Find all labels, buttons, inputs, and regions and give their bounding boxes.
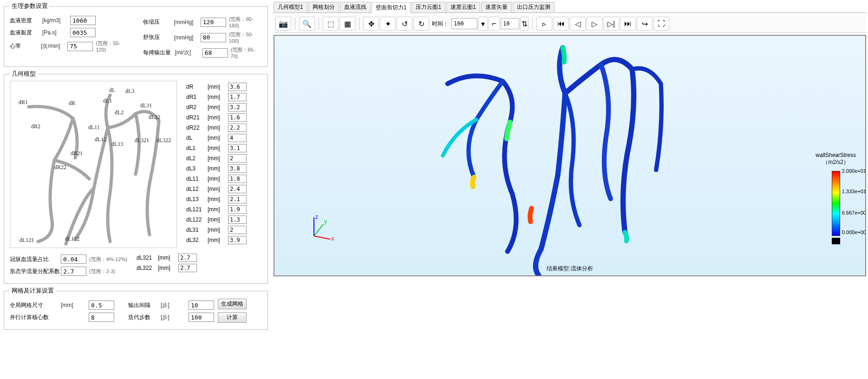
geo-unit: [mm] <box>208 206 228 213</box>
svg-text:z: z <box>315 215 318 220</box>
first-frame-icon[interactable]: ⏮ <box>553 17 569 31</box>
geo-input[interactable] <box>228 93 247 101</box>
geo-input[interactable] <box>228 134 247 142</box>
geo-label: dL11 <box>186 176 208 182</box>
geo-input[interactable] <box>228 175 247 183</box>
param-hint: (范围：65-70) <box>231 46 262 59</box>
geo-input[interactable] <box>178 264 197 272</box>
generate-mesh-button[interactable]: 生成网格 <box>218 299 247 309</box>
zoom-icon[interactable]: 🔍 <box>299 17 315 31</box>
geo-input[interactable] <box>228 103 247 111</box>
time-input[interactable] <box>451 18 477 29</box>
param-input[interactable] <box>70 16 96 25</box>
geo-input[interactable] <box>228 216 247 224</box>
param-label: 舒张压 <box>143 33 174 41</box>
param-hint: (范围：80-180) <box>229 16 262 28</box>
param-input[interactable] <box>89 301 114 310</box>
param-label: 输出间隔 <box>128 301 161 309</box>
colorbar: wallShearStress （m2/s2） 2.000e+01 1.333e… <box>816 152 856 246</box>
step-input[interactable] <box>501 18 519 29</box>
fullscreen-icon[interactable]: ⛶ <box>653 17 669 31</box>
axes-icon[interactable]: ✦ <box>380 17 396 31</box>
svg-line-2 <box>314 224 323 236</box>
tab-5[interactable]: 速度云图1 <box>446 2 480 13</box>
tab-4[interactable]: 压力云图1 <box>411 2 445 13</box>
param-label: 血液黏度 <box>10 29 42 37</box>
param-label: 心率 <box>10 42 41 50</box>
geo-input[interactable] <box>228 124 247 132</box>
geo-label: dL2 <box>186 155 208 162</box>
geo-unit: [mm] <box>158 265 178 271</box>
rotate-ccw-icon[interactable]: ↺ <box>397 17 412 31</box>
geo-label: dR1 <box>186 94 208 100</box>
color-cube-icon[interactable]: ▦ <box>339 17 355 31</box>
geo-input[interactable] <box>228 195 247 203</box>
geo-input[interactable] <box>228 154 247 163</box>
tab-7[interactable]: 出口压力监测 <box>513 2 555 13</box>
geo-input[interactable] <box>228 83 247 91</box>
geo-label: dL1 <box>186 145 208 151</box>
param-label: 迭代步数 <box>128 314 161 321</box>
play-icon[interactable]: ▷ <box>587 17 602 31</box>
param-input[interactable] <box>201 18 226 27</box>
param-input[interactable] <box>70 28 96 37</box>
geo-input[interactable] <box>228 226 247 234</box>
record-icon[interactable]: ▹ <box>536 17 552 31</box>
l-shape-icon[interactable]: ⌐ <box>489 17 500 31</box>
geo-input[interactable] <box>228 205 247 214</box>
param-unit: [mm] <box>61 302 89 308</box>
colorbar-unit: （m2/s2） <box>816 158 856 166</box>
param-hint: (范围：4%-12%) <box>89 256 127 263</box>
geo-label: dL32 <box>186 237 208 243</box>
param-input[interactable] <box>201 33 226 42</box>
param-unit: [mmHg] <box>174 19 200 26</box>
geo-unit: [mm] <box>208 155 228 162</box>
param-input[interactable] <box>202 48 228 58</box>
rotate-cw-icon[interactable]: ↻ <box>413 17 429 31</box>
geo-input[interactable] <box>178 254 197 262</box>
tab-3[interactable]: 壁面剪切力1 <box>372 2 411 13</box>
geometry-model: 几何模型 dR1 dR dR2 <box>4 70 268 284</box>
time-dropdown-icon[interactable]: ▾ <box>478 17 488 31</box>
geo-input[interactable] <box>228 164 247 173</box>
time-label: 时间： <box>432 20 449 28</box>
param-hint: (范围：50-100) <box>229 31 262 44</box>
param-input[interactable] <box>189 301 214 310</box>
param-unit: [步] <box>161 314 189 321</box>
param-input[interactable] <box>61 267 86 276</box>
geo-label: dR <box>186 84 208 90</box>
param-unit: [Pa.s] <box>42 29 70 36</box>
geo-unit: [mm] <box>208 135 228 141</box>
geo-input[interactable] <box>228 113 247 122</box>
geo-label: dL12 <box>186 186 208 192</box>
step-up-down-icon[interactable]: ⇅ <box>520 17 529 31</box>
param-input[interactable] <box>61 255 86 264</box>
tab-6[interactable]: 速度矢量 <box>481 2 512 13</box>
tab-0[interactable]: 几何模型1 <box>274 2 307 13</box>
param-input[interactable] <box>89 313 114 322</box>
geo-unit: [mm] <box>208 176 228 182</box>
last-frame-icon[interactable]: ⏭ <box>620 17 636 31</box>
prev-frame-icon[interactable]: ◁ <box>570 17 586 31</box>
pan-icon[interactable]: ✥ <box>363 17 379 31</box>
tab-2[interactable]: 血液流线 <box>340 2 371 13</box>
param-label: 血液密度 <box>10 17 42 25</box>
next-frame-icon[interactable]: ▷| <box>603 17 619 31</box>
param-input[interactable] <box>189 313 214 322</box>
export-icon[interactable]: ↪ <box>637 17 653 31</box>
compute-button[interactable]: 计算 <box>218 312 247 323</box>
screenshot-icon[interactable]: 📷 <box>275 17 291 31</box>
geo-input[interactable] <box>228 144 247 152</box>
select-icon[interactable]: ⬚ <box>323 17 339 31</box>
viewport-3d[interactable]: x y z 结果模型:流体分析 wallShearStress （m2/s2） … <box>274 35 866 276</box>
geo-input[interactable] <box>228 185 247 193</box>
geo-unit: [mm] <box>208 186 228 192</box>
geo-unit: [mm] <box>208 227 228 233</box>
geo-unit: [mm] <box>208 216 228 223</box>
colorbar-title: wallShearStress <box>816 152 856 158</box>
param-input[interactable] <box>67 42 93 51</box>
geo-input[interactable] <box>228 236 247 244</box>
param-hint: (范围：50-120) <box>96 40 129 52</box>
param-label: 并行计算核心数 <box>10 314 61 321</box>
tab-1[interactable]: 网格划分 <box>308 2 339 13</box>
